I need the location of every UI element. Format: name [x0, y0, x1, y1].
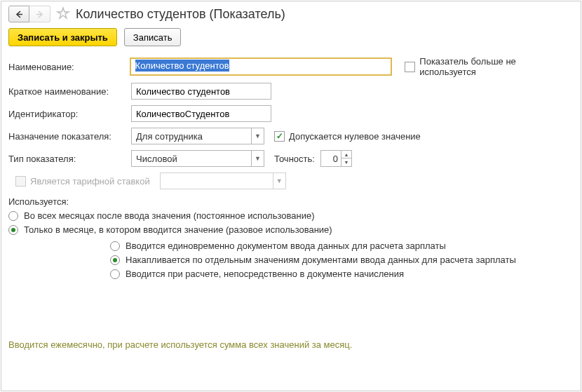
allow-zero-label: Допускается нулевое значение [289, 131, 421, 142]
not-used-label: Показатель больше не используется [419, 56, 574, 77]
short-name-input[interactable] [131, 83, 271, 100]
arrow-right-icon [36, 11, 43, 18]
toolbar: Записать и закрыть Записать [1, 25, 581, 53]
sub-radio-on-calc[interactable]: Вводится при расчете, непосредственно в … [110, 269, 574, 279]
chevron-down-icon[interactable]: ▼ [251, 151, 264, 166]
usage-label: Используется: [8, 196, 574, 207]
sub-radio-once[interactable]: Вводится единовременно документом ввода … [110, 241, 574, 251]
radio-icon [8, 225, 18, 235]
purpose-select[interactable]: Для сотрудника ▼ [131, 128, 264, 144]
save-button[interactable]: Записать [124, 28, 182, 46]
sub-radio-accumulate[interactable]: Накапливается по отдельным значениям док… [110, 255, 574, 265]
identifier-label: Идентификатор: [8, 109, 131, 119]
precision-label: Точность: [274, 154, 315, 164]
save-close-button[interactable]: Записать и закрыть [8, 28, 117, 46]
star-icon[interactable] [56, 6, 70, 22]
tariff-select: ▼ [160, 173, 286, 189]
radio-icon [110, 269, 120, 279]
type-select[interactable]: Числовой ▼ [131, 150, 264, 167]
purpose-label: Назначение показателя: [8, 131, 131, 142]
tariff-label: Является тарифной ставкой [30, 176, 150, 187]
tariff-checkbox [15, 176, 26, 187]
name-input[interactable]: Количество студентов [130, 58, 391, 75]
form-body: Наименование: Количество студентов Показ… [1, 53, 581, 285]
precision-spinner[interactable]: 0 ▲ ▼ [320, 150, 352, 167]
chevron-down-icon[interactable]: ▼ [251, 128, 264, 144]
chevron-down-icon: ▼ [273, 173, 285, 189]
arrow-left-icon [15, 11, 23, 18]
spinner-down-icon[interactable]: ▼ [341, 158, 351, 166]
identifier-input[interactable] [131, 105, 271, 122]
radio-icon [110, 241, 120, 251]
back-button[interactable] [8, 6, 29, 22]
allow-zero-checkbox[interactable]: ✓ [274, 131, 285, 142]
form-window: Количество студентов (Показатель) Записа… [1, 1, 581, 391]
usage-radio-one-month[interactable]: Только в месяце, в котором вводится знач… [8, 224, 574, 235]
spinner-up-icon[interactable]: ▲ [341, 151, 351, 158]
radio-icon [110, 255, 120, 265]
radio-icon [8, 211, 18, 221]
usage-radio-all-months[interactable]: Во всех месяцах после ввода значения (по… [8, 210, 574, 221]
name-label: Наименование: [8, 62, 130, 72]
title-bar: Количество студентов (Показатель) [1, 1, 581, 25]
not-used-checkbox[interactable] [405, 62, 415, 72]
page-title: Количество студентов (Показатель) [76, 7, 285, 22]
type-label: Тип показателя: [8, 154, 131, 164]
forward-button[interactable] [29, 6, 50, 22]
hint-text: Вводится ежемесячно, при расчете использ… [8, 339, 352, 350]
short-name-label: Краткое наименование: [8, 86, 131, 97]
